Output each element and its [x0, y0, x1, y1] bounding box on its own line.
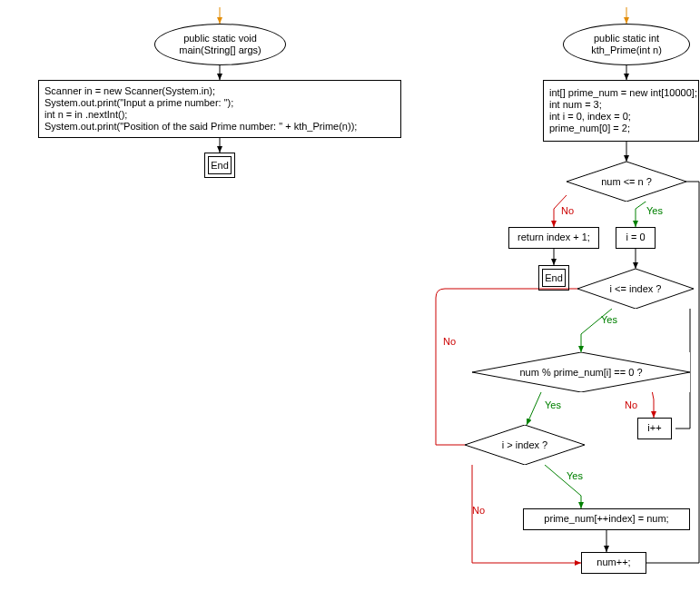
- svg-marker-9: [567, 162, 686, 202]
- end-label: End: [542, 269, 566, 287]
- i-plus-plus: i++: [637, 418, 672, 439]
- cond-mod: num % prime_num[i] == 0 ?: [472, 352, 690, 392]
- edge-yes: Yes: [646, 205, 663, 216]
- edge-no: No: [625, 399, 637, 410]
- num-plus-plus: num++;: [581, 552, 646, 574]
- edge-yes: Yes: [545, 399, 561, 410]
- cond-i-gt-index: i > index ?: [465, 425, 585, 465]
- end-label: End: [208, 156, 232, 174]
- edge-no: No: [561, 205, 574, 216]
- cond-i-le-index: i <= index ?: [577, 269, 694, 309]
- kth-prime-signature: public static int kth_Prime(int n): [563, 24, 690, 65]
- edge-yes: Yes: [567, 470, 583, 481]
- main-signature: public static void main(String[] args): [154, 24, 286, 65]
- i-zero: i = 0: [616, 227, 656, 249]
- return-statement: return index + 1;: [508, 227, 599, 249]
- kth-prime-init: int[] prime_num = new int[10000]; int nu…: [543, 80, 699, 142]
- flowchart-canvas: public static void main(String[] args) S…: [0, 0, 700, 611]
- svg-marker-12: [465, 425, 585, 465]
- svg-marker-11: [472, 352, 690, 392]
- store-prime: prime_num[++index] = num;: [523, 508, 690, 530]
- kth-end: End: [538, 265, 569, 291]
- svg-marker-10: [577, 269, 694, 309]
- edge-no: No: [472, 505, 485, 516]
- cond-num-le-n: num <= n ?: [567, 162, 686, 202]
- main-body: Scanner in = new Scanner(System.in); Sys…: [38, 80, 401, 138]
- edge-yes: Yes: [601, 314, 617, 325]
- main-end: End: [204, 153, 235, 178]
- edge-no: No: [443, 336, 456, 347]
